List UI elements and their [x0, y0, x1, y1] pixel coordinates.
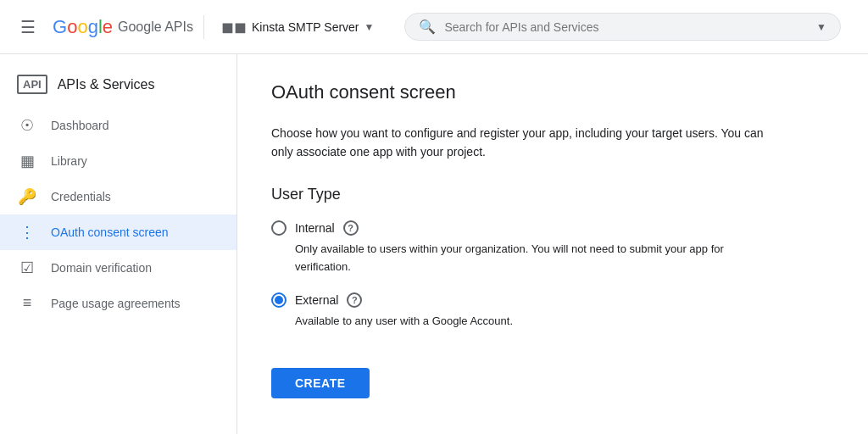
menu-icon[interactable]: ☰	[14, 10, 42, 44]
search-input[interactable]	[444, 20, 808, 34]
domain-icon: ☑	[17, 259, 37, 277]
sidebar-item-domain-verification[interactable]: ☑ Domain verification	[0, 250, 236, 286]
sidebar-item-label: Page usage agreements	[51, 297, 181, 310]
page-title: OAuth consent screen	[271, 81, 834, 103]
api-badge: API	[17, 75, 47, 94]
google-logo: Google Google APIs	[53, 16, 193, 38]
project-icon: ◼◼	[221, 18, 247, 36]
apis-label: Google APIs	[118, 19, 193, 35]
sidebar-item-label: OAuth consent screen	[51, 225, 169, 239]
search-icon: 🔍	[419, 19, 436, 35]
sidebar-item-dashboard[interactable]: ☉ Dashboard	[0, 108, 236, 143]
layout: API APIs & Services ☉ Dashboard ▦ Librar…	[0, 54, 868, 434]
radio-external[interactable]	[271, 292, 287, 308]
project-selector[interactable]: ◼◼ Kinsta SMTP Server ▼	[214, 14, 381, 40]
search-bar[interactable]: 🔍 ▼	[404, 13, 841, 41]
logo-text: Google	[53, 16, 113, 38]
project-dropdown-icon: ▼	[364, 21, 375, 33]
credentials-icon: 🔑	[17, 187, 37, 206]
dashboard-icon: ☉	[17, 116, 37, 135]
sidebar-item-label: Dashboard	[51, 119, 109, 132]
sidebar-item-label: Domain verification	[51, 261, 152, 275]
page-description: Choose how you want to configure and reg…	[271, 124, 780, 162]
radio-label-internal: Internal	[295, 221, 335, 235]
radio-row-external: External ?	[271, 292, 834, 308]
library-icon: ▦	[17, 152, 37, 170]
radio-row-internal: Internal ?	[271, 220, 834, 236]
search-dropdown-icon[interactable]: ▼	[816, 21, 826, 33]
topbar: ☰ Google Google APIs ◼◼ Kinsta SMTP Serv…	[0, 0, 868, 54]
sidebar-item-oauth-consent[interactable]: ⋮ OAuth consent screen	[0, 214, 236, 250]
topbar-divider	[203, 15, 204, 39]
sidebar-item-credentials[interactable]: 🔑 Credentials	[0, 179, 236, 214]
sidebar-title: APIs & Services	[58, 77, 155, 92]
radio-internal[interactable]	[271, 220, 287, 236]
radio-label-external: External	[295, 293, 338, 307]
sidebar-item-library[interactable]: ▦ Library	[0, 143, 236, 179]
user-type-title: User Type	[271, 186, 834, 203]
help-icon-external[interactable]: ?	[347, 292, 362, 308]
radio-description-internal: Only available to users within your orga…	[295, 241, 736, 276]
sidebar-header: API APIs & Services	[0, 61, 236, 104]
radio-option-external: External ? Available to any user with a …	[271, 292, 834, 331]
radio-description-external: Available to any user with a Google Acco…	[295, 313, 736, 331]
sidebar-nav: ☉ Dashboard ▦ Library 🔑 Credentials ⋮ OA…	[0, 104, 236, 324]
help-icon-internal[interactable]: ?	[343, 220, 359, 236]
sidebar-item-label: Credentials	[51, 190, 111, 203]
oauth-icon: ⋮	[17, 223, 37, 242]
sidebar-item-page-usage[interactable]: ≡ Page usage agreements	[0, 286, 236, 320]
sidebar: API APIs & Services ☉ Dashboard ▦ Librar…	[0, 54, 237, 434]
sidebar-item-label: Library	[51, 154, 87, 168]
radio-option-internal: Internal ? Only available to users withi…	[271, 220, 834, 276]
main-content: OAuth consent screen Choose how you want…	[237, 54, 868, 434]
create-button[interactable]: CREATE	[271, 368, 370, 398]
project-name: Kinsta SMTP Server	[252, 20, 359, 34]
page-usage-icon: ≡	[17, 294, 37, 312]
